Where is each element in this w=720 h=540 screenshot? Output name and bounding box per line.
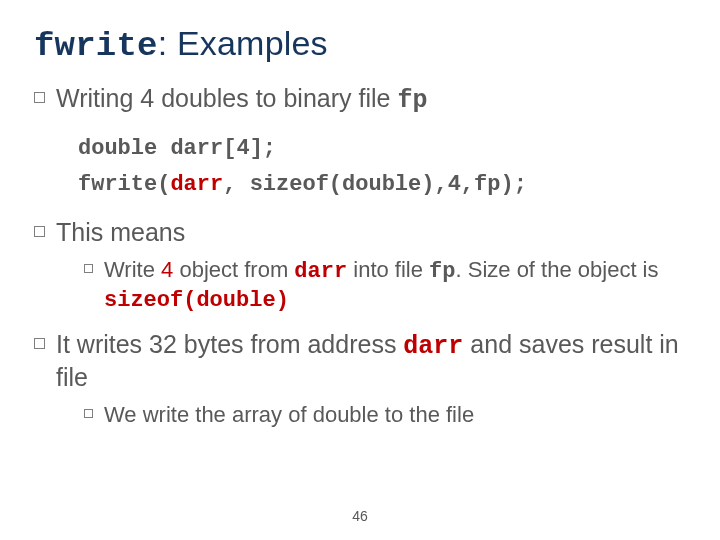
bullet-1: Writing 4 doubles to binary file fp doub…	[34, 83, 686, 203]
title-rest: : Examples	[158, 24, 328, 62]
slide: fwrite: Examples Writing 4 doubles to bi…	[0, 0, 720, 540]
bullet-2-sub: Write 4 object from darr into file fp. S…	[84, 256, 686, 315]
square-bullet-icon	[84, 264, 93, 273]
b2s-c: into file	[347, 257, 429, 282]
bullet-1-fp: fp	[397, 86, 427, 115]
bullet-3-sub: We write the array of double to the file	[84, 401, 686, 429]
page-number: 46	[0, 508, 720, 524]
b3-a: It writes 32 bytes from address	[56, 330, 403, 358]
square-bullet-icon	[34, 338, 45, 349]
slide-title: fwrite: Examples	[34, 24, 686, 65]
code-block: double darr[4]; fwrite(darr, sizeof(doub…	[78, 131, 686, 204]
code-l2-b: , sizeof(double),4,fp);	[223, 172, 527, 197]
code-l2-darr: darr	[170, 172, 223, 197]
title-code: fwrite	[34, 27, 158, 65]
bullet-1-text: Writing 4 doubles to binary file	[56, 84, 397, 112]
b2s-d: . Size of the object is	[456, 257, 659, 282]
bullet-2: This means Write 4 object from darr into…	[34, 217, 686, 315]
code-l2-a: fwrite(	[78, 172, 170, 197]
bullet-2-text: This means	[56, 218, 185, 246]
bullet-3: It writes 32 bytes from address darr and…	[34, 329, 686, 429]
square-bullet-icon	[84, 409, 93, 418]
b2s-a: Write	[104, 257, 161, 282]
sub-list-3: We write the array of double to the file	[56, 401, 686, 429]
square-bullet-icon	[34, 92, 45, 103]
sub-list-2: Write 4 object from darr into file fp. S…	[56, 256, 686, 315]
b2s-b: object from	[173, 257, 294, 282]
code-line-2: fwrite(darr, sizeof(double),4,fp);	[78, 167, 686, 203]
square-bullet-icon	[34, 226, 45, 237]
b2s-darr: darr	[294, 259, 347, 284]
b2s-4: 4	[161, 257, 173, 282]
b2s-fp: fp	[429, 259, 455, 284]
b3-darr: darr	[403, 332, 463, 361]
b3-sub-text: We write the array of double to the file	[104, 402, 474, 427]
bullet-list: Writing 4 doubles to binary file fp doub…	[34, 83, 686, 428]
b2s-sod: sizeof(double)	[104, 288, 289, 313]
code-line-1: double darr[4];	[78, 131, 686, 167]
